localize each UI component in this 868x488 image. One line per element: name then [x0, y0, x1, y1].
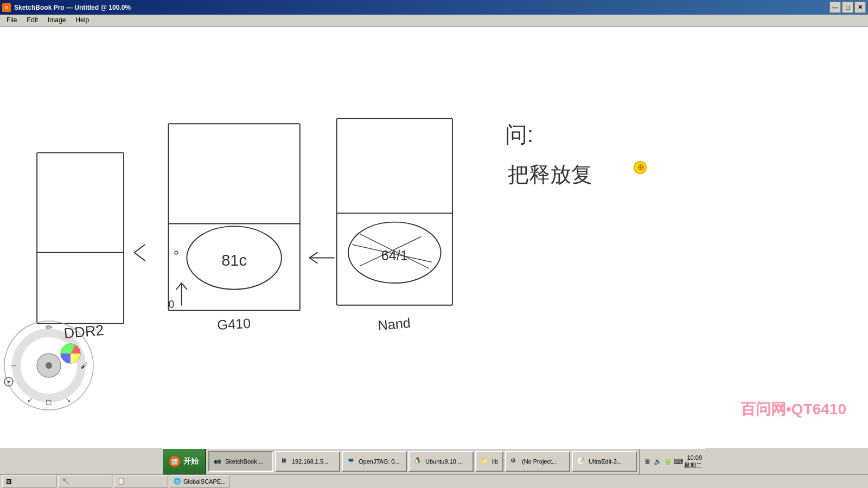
- taskbar2-icon-2: 🔧: [62, 478, 69, 485]
- taskbar2-globalscape[interactable]: 🌐 GlobalSCAPE...: [170, 476, 229, 487]
- taskbar2-label-globalscape: GlobalSCAPE...: [183, 478, 226, 485]
- taskbar2-item-2[interactable]: 🔧: [58, 476, 112, 487]
- taskbar-label-sketchbook: SketchBook ...: [225, 458, 264, 465]
- tray-battery-icon: 🔋: [663, 457, 672, 466]
- taskbar2-icon-1: 🖼: [6, 478, 12, 485]
- svg-text:G410: G410: [217, 315, 251, 332]
- taskbar-label-lib: lib: [492, 458, 498, 465]
- menu-file[interactable]: File: [2, 15, 21, 25]
- taskbar2-item-1[interactable]: 🖼: [2, 476, 56, 487]
- minimize-button[interactable]: —: [829, 2, 841, 13]
- titlebar-buttons: — □ ✕: [829, 2, 866, 13]
- taskbar-item-lib[interactable]: 📁 lib: [475, 451, 503, 472]
- titlebar: S SketchBook Pro — Untitled @ 100.0% — □…: [0, 0, 868, 15]
- taskbar-icon-noproject: ⚙: [510, 457, 519, 466]
- titlebar-left: S SketchBook Pro — Untitled @ 100.0%: [2, 3, 131, 12]
- svg-text:问:: 问:: [505, 122, 533, 147]
- taskbar-row2: 🖼 🔧 📋 🌐 GlobalSCAPE...: [0, 474, 868, 488]
- svg-point-2: [175, 251, 178, 254]
- application: S SketchBook Pro — Untitled @ 100.0% — □…: [0, 0, 868, 488]
- menu-image[interactable]: Image: [43, 15, 70, 25]
- svg-text:81c: 81c: [221, 252, 247, 269]
- taskbar-item-openjtag[interactable]: 💻 OpenJTAG: 0...: [342, 451, 407, 472]
- taskbar: 🪟 开始 📷 SketchBook ... 🖥 192.168.1.5... 💻…: [0, 447, 868, 488]
- start-label: 开始: [183, 457, 199, 466]
- close-button[interactable]: ✕: [854, 2, 866, 13]
- maximize-button[interactable]: □: [842, 2, 853, 13]
- taskbar-icon-ultraedit: 📝: [577, 457, 586, 466]
- sketch-svg: .sketch { stroke: #333; stroke-width: 2;…: [0, 27, 868, 447]
- svg-text:64/1: 64/1: [381, 248, 408, 263]
- taskbar-label-network: 192.168.1.5...: [292, 458, 328, 465]
- taskbar-icon-lib: 📁: [481, 457, 489, 466]
- taskbar-items: 📷 SketchBook ... 🖥 192.168.1.5... 💻 Open…: [206, 449, 639, 474]
- taskbar-item-ultraedit[interactable]: 📝 UltraEdit-3...: [572, 451, 637, 472]
- taskbar-icon-network: 🖥: [280, 457, 289, 466]
- taskbar-icon-sketchbook: 📷: [214, 457, 222, 466]
- taskbar-item-noproject[interactable]: ⚙ (No Project...: [505, 451, 570, 472]
- taskbar2-icon-3: 📋: [118, 478, 125, 485]
- clock-day: 星期二: [684, 461, 702, 469]
- svg-rect-0: [37, 152, 124, 323]
- taskbar-label-openjtag: OpenJTAG: 0...: [359, 458, 400, 465]
- app-icon: S: [2, 3, 11, 12]
- svg-rect-4: [168, 124, 299, 310]
- tray-network-icon: 🖥: [643, 457, 652, 466]
- canvas-area[interactable]: .sketch { stroke: #333; stroke-width: 2;…: [0, 27, 868, 447]
- window-title: SketchBook Pro — Untitled @ 100.0%: [14, 4, 131, 11]
- tray-keyboard-icon: ⌨: [674, 457, 682, 466]
- taskbar-label-ubuntu: Ubuntu9.10 ...: [425, 458, 463, 465]
- svg-text:0: 0: [168, 298, 174, 310]
- menu-help[interactable]: Help: [71, 15, 93, 25]
- system-clock: 10:09 星期二: [684, 454, 702, 470]
- menubar: File Edit Image Help: [0, 15, 868, 26]
- taskbar2-item-3[interactable]: 📋: [114, 476, 168, 487]
- tray-volume-icon: 🔊: [653, 457, 662, 466]
- taskbar-icon-openjtag: 💻: [347, 457, 356, 466]
- menu-edit[interactable]: Edit: [22, 15, 42, 25]
- taskbar-item-ubuntu[interactable]: 🐧 Ubuntu9.10 ...: [409, 451, 474, 472]
- taskbar2-icon-globalscape: 🌐: [174, 478, 181, 485]
- svg-rect-11: [337, 118, 452, 305]
- svg-text:把释放复: 把释放复: [508, 162, 592, 185]
- taskbar-label-ultraedit: UltraEdit-3...: [589, 458, 622, 465]
- taskbar-item-sketchbook[interactable]: 📷 SketchBook ...: [208, 451, 273, 472]
- taskbar-icon-ubuntu: 🐧: [414, 457, 423, 466]
- svg-text:DDR2: DDR2: [63, 321, 104, 341]
- svg-text:Nand: Nand: [377, 314, 411, 332]
- clock-time: 10:09: [684, 454, 702, 461]
- start-icon: 🪟: [169, 456, 180, 467]
- taskbar-tray: 🖥 🔊 🔋 ⌨ 10:09 星期二: [639, 449, 705, 474]
- start-button[interactable]: 🪟 开始: [163, 449, 206, 474]
- taskbar-label-noproject: (No Project...: [522, 458, 557, 465]
- taskbar-item-network[interactable]: 🖥 192.168.1.5...: [275, 451, 340, 472]
